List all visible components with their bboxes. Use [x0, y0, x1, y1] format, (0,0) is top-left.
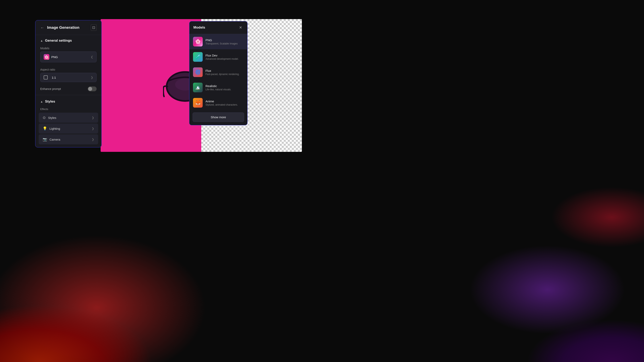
models-close-button[interactable]: ✕ [238, 25, 243, 30]
model-desc-fluxdev: Advanced development model. [206, 57, 239, 60]
styles-item-left: ⊙ Styles [43, 115, 56, 120]
models-panel-header: Models ✕ [190, 21, 247, 34]
divider-1 [36, 95, 102, 95]
aspect-ratio-chevron-icon: ❯ [91, 76, 93, 79]
back-button[interactable]: ← [40, 25, 44, 30]
panel-body: ▲ General settings Models 🌸 PNG ❮ Aspect… [36, 35, 102, 147]
model-item-realistic[interactable]: 🏔️ Realistic Life-like, natural visuals. [190, 80, 247, 95]
lighting-menu-item[interactable]: 💡 Lighting ❯ [39, 123, 98, 134]
model-thumb-realistic: 🏔️ [193, 83, 203, 92]
aspect-ratio-label: Aspect ratio [40, 68, 96, 71]
panel-header-left: ← Image Generation [40, 25, 80, 30]
models-chevron-icon: ❮ [91, 55, 93, 58]
styles-title: Styles [45, 99, 55, 104]
panel-header: ← Image Generation ⊡ [36, 20, 102, 35]
model-item-flux[interactable]: 🌀 Flux Fast-paced, dynamic rendering. [190, 64, 247, 80]
models-panel: Models ✕ 🌸 PNG Transparent, Scalable Ima… [189, 21, 248, 125]
layout-icon[interactable]: ⊡ [91, 24, 96, 31]
model-desc-realistic: Life-like, natural visuals. [206, 88, 231, 91]
model-desc-flux: Fast-paced, dynamic rendering. [206, 73, 240, 76]
model-desc-png: Transparent, Scalable Images [206, 42, 238, 45]
styles-icon: ⊙ [43, 115, 46, 120]
styles-item-label: Styles [48, 116, 56, 119]
model-thumb-flux: 🌀 [193, 67, 203, 77]
model-info-fluxdev: Flux Dev Advanced development model. [206, 54, 239, 60]
panel-title: Image Generation [47, 25, 80, 30]
general-settings-chevron: ▲ [40, 39, 43, 42]
model-name-realistic: Realistic [206, 84, 231, 88]
left-panel: ← Image Generation ⊡ ▲ General settings … [35, 20, 102, 147]
model-item-png[interactable]: 🌸 PNG Transparent, Scalable Images [190, 34, 247, 49]
styles-section: ▲ Styles Effects ⊙ Styles ❯ 💡 Lighting ❯ [36, 96, 102, 147]
lighting-item-left: 💡 Lighting [43, 126, 60, 131]
models-select[interactable]: 🌸 PNG ❮ [40, 51, 96, 62]
model-item-fluxdev[interactable]: 🧪 Flux Dev Advanced development model. [190, 49, 247, 64]
camera-menu-item[interactable]: 📷 Camera ❯ [39, 134, 98, 144]
model-info-flux: Flux Fast-paced, dynamic rendering. [206, 69, 240, 76]
aspect-ratio-icon [44, 75, 48, 79]
models-label: Models [40, 47, 96, 50]
general-settings-title: General settings [45, 39, 72, 43]
model-info-anime: Anime Stylized, animated characters. [206, 99, 238, 106]
model-desc-anime: Stylized, animated characters. [206, 103, 238, 106]
model-thumb-fluxdev: 🧪 [193, 52, 203, 62]
model-info-png: PNG Transparent, Scalable Images [206, 38, 238, 45]
enhance-prompt-toggle[interactable] [88, 86, 96, 91]
model-name-anime: Anime [206, 99, 238, 103]
lighting-item-chevron: ❯ [92, 127, 94, 130]
model-icon: 🌸 [44, 54, 49, 60]
canvas-pink-half [100, 19, 201, 152]
camera-item-chevron: ❯ [92, 138, 94, 141]
aspect-ratio-select[interactable]: 1:1 ❯ [40, 73, 96, 82]
aspect-ratio-value: 1:1 [52, 76, 56, 79]
lighting-icon: 💡 [43, 126, 47, 131]
aspect-ratio-select-left: 1:1 [44, 75, 56, 79]
styles-header[interactable]: ▲ Styles [36, 96, 102, 106]
camera-item-label: Camera [50, 138, 60, 141]
show-more-button[interactable]: Show more [192, 112, 244, 122]
model-item-anime[interactable]: 🦊 Anime Stylized, animated characters. [190, 95, 247, 110]
lighting-item-label: Lighting [50, 127, 60, 130]
toggle-knob [88, 87, 92, 91]
model-thumb-anime: 🦊 [193, 98, 203, 108]
enhance-prompt-label: Enhance prompt [40, 87, 61, 90]
model-name-fluxdev: Flux Dev [206, 54, 239, 57]
enhance-prompt-row: Enhance prompt [36, 84, 102, 94]
styles-chevron: ▲ [40, 100, 43, 103]
camera-icon: 📷 [43, 137, 47, 142]
models-field-group: Models 🌸 PNG ❮ [36, 45, 102, 64]
models-select-left: 🌸 PNG [44, 54, 58, 60]
styles-menu-item[interactable]: ⊙ Styles ❯ [39, 113, 98, 123]
camera-item-left: 📷 Camera [43, 137, 60, 142]
effects-label: Effects [36, 106, 102, 112]
model-thumb-png: 🌸 [193, 37, 203, 46]
general-settings-header[interactable]: ▲ General settings [36, 35, 102, 45]
models-select-label: PNG [51, 55, 58, 59]
model-name-flux: Flux [206, 69, 240, 72]
models-panel-title: Models [194, 25, 205, 29]
styles-item-chevron: ❯ [92, 116, 94, 119]
model-name-png: PNG [206, 38, 238, 42]
model-info-realistic: Realistic Life-like, natural visuals. [206, 84, 231, 91]
aspect-ratio-field-group: Aspect ratio 1:1 ❯ [36, 66, 102, 84]
